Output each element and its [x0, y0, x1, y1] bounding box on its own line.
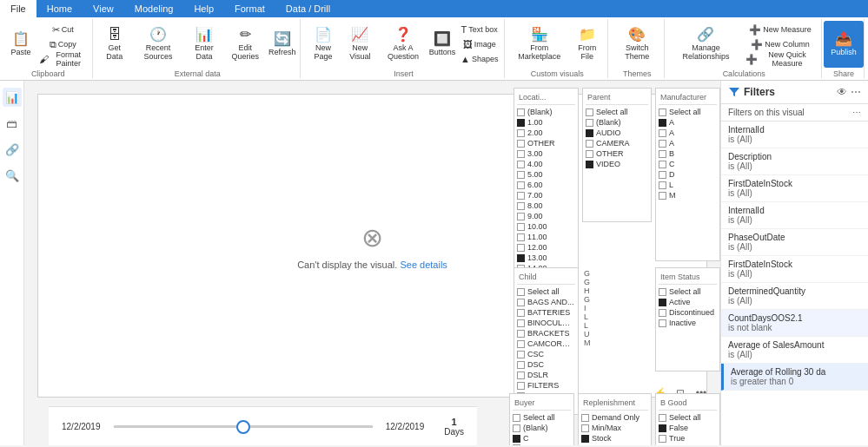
- filter-item-firstdateinstock1[interactable]: FirstDateInStock is (All): [721, 175, 868, 202]
- date-end-label: 12/2/2019: [386, 422, 425, 431]
- tab-file[interactable]: File: [0, 0, 36, 17]
- manage-relationships-button[interactable]: 🔗 Manage Relationships: [670, 21, 741, 68]
- format-painter-button[interactable]: 🖌 Format Painter: [36, 52, 89, 66]
- share-label: Share: [833, 68, 854, 78]
- custom-visuals-group: 🏪 From Marketplace 📁 From File Custom vi…: [507, 19, 608, 78]
- bottom-bar: 12/2/2019 12/2/2019 1 Days: [49, 406, 477, 445]
- error-icon: ⊗: [361, 222, 383, 253]
- slider-thumb[interactable]: [236, 420, 250, 434]
- sidebar-relationship-icon[interactable]: 🔗: [3, 140, 22, 159]
- new-column-icon: ➕: [751, 40, 763, 49]
- repl-demand-check[interactable]: [581, 414, 589, 422]
- shapes-icon: ▲: [461, 55, 470, 64]
- recent-sources-button[interactable]: 🕐 Recent Sources: [132, 21, 183, 68]
- filter-item-avgsalesamount[interactable]: Average of SalesAmount is (All): [721, 337, 868, 364]
- external-data-content: 🗄 Get Data 🕐 Recent Sources 📊 Enter Data…: [98, 21, 296, 68]
- filter-eye-icon[interactable]: 👁: [837, 86, 847, 98]
- filter-subheader: Filters on this visual ⋯: [721, 104, 868, 122]
- insert-small: T Text box 🖼 Image ▲ Shapes: [458, 23, 500, 66]
- marketplace-icon: 🏪: [531, 28, 548, 42]
- filter-item-description[interactable]: Description is (All): [721, 148, 868, 175]
- tab-home[interactable]: Home: [36, 0, 83, 17]
- image-button[interactable]: 🖼 Image: [458, 37, 500, 51]
- from-marketplace-button[interactable]: 🏪 From Marketplace: [510, 21, 568, 68]
- text-box-button[interactable]: T Text box: [458, 23, 500, 36]
- filter-more-icon[interactable]: ⋯: [851, 86, 861, 98]
- switch-theme-button[interactable]: 🎨 Switch Theme: [613, 21, 660, 68]
- insert-label: Insert: [394, 68, 414, 78]
- buyer-d-check[interactable]: [513, 444, 520, 445]
- filter-item-determinedquantity[interactable]: DeterminedQuantity is (All): [721, 283, 868, 310]
- refresh-button[interactable]: 🔄 Refresh: [268, 21, 296, 68]
- switch-theme-icon: 🎨: [628, 28, 646, 42]
- more-canvas-icon[interactable]: •••: [692, 385, 710, 402]
- main-area: 📊 🗃 🔗 🔍 ⊗ Can't display the visual. See …: [0, 81, 868, 445]
- buyer-blank-check[interactable]: [513, 424, 520, 432]
- filter-canvas-icon[interactable]: ⚡: [651, 385, 668, 402]
- recent-sources-icon: 🕐: [149, 28, 167, 42]
- buyer-all-check[interactable]: [513, 414, 520, 422]
- enter-data-button[interactable]: 📊 Enter Data: [186, 21, 223, 68]
- get-data-icon: 🗄: [108, 28, 122, 42]
- left-sidebar: 📊 🗃 🔗 🔍: [0, 81, 24, 445]
- themes-group: 🎨 Switch Theme Themes: [610, 19, 665, 78]
- themes-label: Themes: [623, 68, 652, 78]
- sidebar-report-icon[interactable]: 📊: [3, 88, 22, 107]
- days-count: 1: [452, 417, 457, 427]
- slider-area[interactable]: [114, 425, 373, 428]
- child-furniture-check[interactable]: [517, 403, 525, 411]
- new-column-button[interactable]: ➕ New Column: [743, 37, 817, 51]
- see-details-link[interactable]: See details: [400, 260, 447, 270]
- new-quick-measure-button[interactable]: ➕ New Quick Measure: [743, 52, 817, 66]
- filter-item-internalid2[interactable]: InternalId is (All): [721, 202, 868, 229]
- buyer-c-check[interactable]: [513, 435, 520, 443]
- filter-item-firstdateinstock2[interactable]: FirstDateInStock is (All): [721, 256, 868, 283]
- paste-icon: 📋: [12, 32, 30, 46]
- sidebar-data-icon[interactable]: 🗃: [3, 114, 22, 133]
- refresh-icon: 🔄: [274, 32, 291, 46]
- copy-button[interactable]: ⧉ Copy: [36, 37, 89, 51]
- ask-question-button[interactable]: ❓ Ask A Question: [380, 21, 427, 68]
- new-quick-measure-icon: ➕: [745, 55, 758, 64]
- publish-icon: 📤: [835, 32, 852, 46]
- canvas-area: ⊗ Can't display the visual. See details …: [24, 81, 720, 445]
- tab-modeling[interactable]: Modeling: [124, 0, 184, 17]
- filter-item-phaseoutdate[interactable]: PhaseOutDate is (All): [721, 229, 868, 256]
- cut-button[interactable]: ✂ Cut: [36, 23, 89, 36]
- repl-stock-check[interactable]: [581, 435, 589, 443]
- relationships-group: 🔗 Manage Relationships ➕ New Measure ➕ N…: [666, 19, 821, 78]
- edit-queries-button[interactable]: ✏ Edit Queries: [224, 21, 266, 68]
- filter-item-rolling30[interactable]: Average of Rolling 30 da is greater than…: [721, 364, 868, 391]
- edit-queries-icon: ✏: [240, 28, 251, 42]
- bgood-false-check[interactable]: [659, 424, 666, 432]
- buyer-slicer[interactable]: Buyer Select all (Blank) C: [509, 393, 574, 445]
- filter-subheader-more[interactable]: ⋯: [852, 108, 861, 117]
- replenishment-slicer[interactable]: Replenishment Demand Only Min/Max Stock: [578, 393, 652, 445]
- tab-view[interactable]: View: [83, 0, 124, 17]
- paste-button[interactable]: 📋 Paste: [7, 21, 35, 68]
- copy-icon: ⧉: [50, 40, 56, 49]
- filter-item-countdaysoos[interactable]: CountDaysOOS2.1 is not blank: [721, 310, 868, 337]
- sidebar-analytics-icon[interactable]: 🔍: [3, 166, 22, 185]
- buttons-button[interactable]: 🔲 Buttons: [428, 21, 456, 68]
- tab-help[interactable]: Help: [183, 0, 224, 17]
- publish-button[interactable]: 📤 Publish: [824, 21, 864, 68]
- repl-minmax-check[interactable]: [581, 424, 589, 432]
- cut-icon: ✂: [52, 25, 60, 35]
- filter-items: InternalId is (All) Description is (All)…: [721, 122, 868, 445]
- ask-question-icon: ❓: [394, 28, 412, 42]
- get-data-button[interactable]: 🗄 Get Data: [98, 21, 130, 68]
- from-file-button[interactable]: 📁 From File: [570, 21, 604, 68]
- tab-format[interactable]: Format: [224, 0, 275, 17]
- tab-data-drill[interactable]: Data / Drill: [275, 0, 341, 17]
- expand-canvas-icon[interactable]: ⊡: [672, 385, 689, 402]
- shapes-button[interactable]: ▲ Shapes: [458, 52, 500, 66]
- bgood-all-check[interactable]: [659, 414, 666, 422]
- slider-track[interactable]: [114, 425, 373, 428]
- new-measure-button[interactable]: ➕ New Measure: [743, 23, 817, 36]
- filter-item-internalid1[interactable]: InternalId is (All): [721, 122, 868, 148]
- bgood-true-check[interactable]: [659, 435, 666, 443]
- new-page-button[interactable]: 📄 New Page: [306, 21, 340, 68]
- new-visual-button[interactable]: 📈 New Visual: [342, 21, 379, 68]
- clipboard-label: Clipboard: [31, 68, 65, 78]
